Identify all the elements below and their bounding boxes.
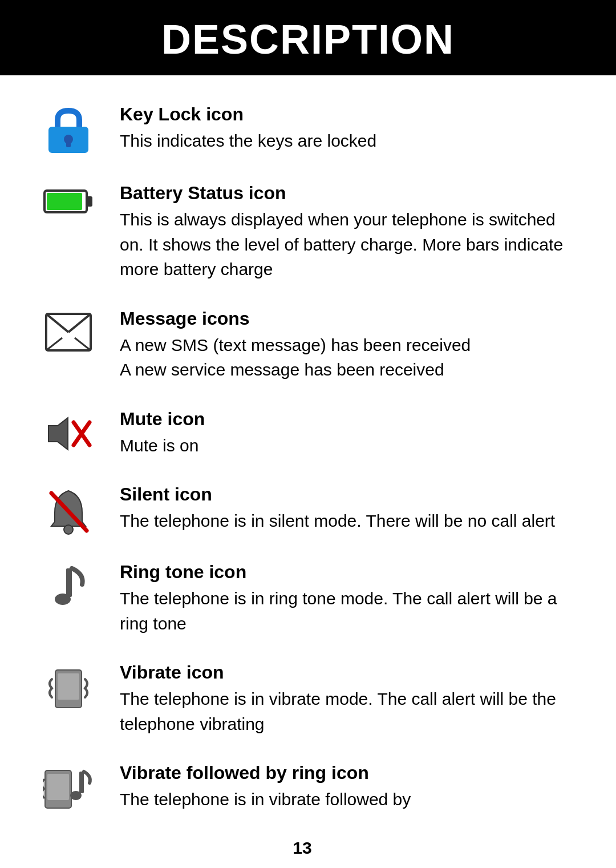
entry-battery: Battery Status icon This is always displ… (34, 183, 570, 282)
text-col: Vibrate followed by ring icon The teleph… (103, 762, 570, 812)
entry-message: Message icons A new SMS (text message) h… (34, 308, 570, 382)
svg-rect-2 (66, 142, 71, 147)
entry-title: Key Lock icon (120, 104, 570, 125)
entry-mute: Mute icon Mute is on (34, 409, 570, 458)
mute-icon (45, 413, 92, 454)
entry-body: This indicates the keys are locked (120, 128, 570, 154)
entry-title: Mute icon (120, 409, 570, 430)
entry-title: Vibrate icon (120, 662, 570, 683)
svg-rect-22 (79, 772, 84, 793)
svg-point-14 (64, 525, 73, 534)
ringtone-icon (49, 566, 88, 613)
header: DESCRIPTION (0, 0, 616, 75)
entry-title: Battery Status icon (120, 183, 570, 204)
icon-col (34, 104, 103, 156)
entry-body: Mute is on (120, 433, 570, 458)
icon-col (34, 562, 103, 613)
entry-vibrate-ring: Vibrate followed by ring icon The teleph… (34, 762, 570, 812)
svg-rect-16 (66, 568, 72, 597)
vibrate-ring-icon (43, 767, 94, 812)
entry-body: The telephone is in silent mode. There w… (120, 508, 570, 534)
vibrate-icon (45, 667, 92, 711)
key-lock-icon (45, 106, 92, 156)
entry-body: This is always displayed when your telep… (120, 207, 570, 282)
entry-key-lock: Key Lock icon This indicates the keys ar… (34, 104, 570, 156)
entry-ringtone: Ring tone icon The telephone is in ring … (34, 562, 570, 636)
message-icon (45, 313, 92, 352)
page-title: DESCRIPTION (0, 16, 616, 63)
icon-col (34, 762, 103, 812)
text-col: Message icons A new SMS (text message) h… (103, 308, 570, 382)
entry-body: The telephone is in vibrate followed by (120, 787, 570, 812)
entry-vibrate: Vibrate icon The telephone is in vibrate… (34, 662, 570, 736)
svg-line-8 (68, 314, 91, 332)
svg-rect-4 (87, 196, 92, 207)
svg-point-17 (55, 594, 71, 605)
entry-title: Silent icon (120, 484, 570, 505)
text-col: Mute icon Mute is on (103, 409, 570, 458)
icon-col (34, 484, 103, 535)
icon-col (34, 409, 103, 454)
icon-col (34, 308, 103, 352)
svg-rect-19 (58, 673, 79, 700)
icon-col (34, 662, 103, 711)
entry-body: A new SMS (text message) has been receiv… (120, 333, 570, 382)
text-col: Vibrate icon The telephone is in vibrate… (103, 662, 570, 736)
svg-rect-5 (47, 193, 82, 210)
text-col: Key Lock icon This indicates the keys ar… (103, 104, 570, 154)
svg-point-23 (70, 791, 82, 800)
icon-col (34, 183, 103, 215)
svg-rect-21 (47, 774, 69, 800)
text-col: Silent icon The telephone is in silent m… (103, 484, 570, 534)
battery-icon (43, 188, 94, 215)
svg-line-7 (46, 314, 68, 332)
entry-title: Message icons (120, 308, 570, 329)
text-col: Ring tone icon The telephone is in ring … (103, 562, 570, 636)
entry-body: The telephone is in ring tone mode. The … (120, 586, 570, 636)
svg-line-9 (46, 338, 62, 350)
page-number: 13 (34, 838, 570, 858)
text-col: Battery Status icon This is always displ… (103, 183, 570, 282)
svg-marker-11 (48, 418, 68, 450)
entry-title: Vibrate followed by ring icon (120, 762, 570, 784)
entry-title: Ring tone icon (120, 562, 570, 583)
svg-line-10 (75, 338, 91, 350)
entry-silent: Silent icon The telephone is in silent m… (34, 484, 570, 535)
silent-icon (47, 488, 90, 535)
entry-body: The telephone is in vibrate mode. The ca… (120, 687, 570, 736)
content: Key Lock icon This indicates the keys ar… (0, 75, 616, 868)
